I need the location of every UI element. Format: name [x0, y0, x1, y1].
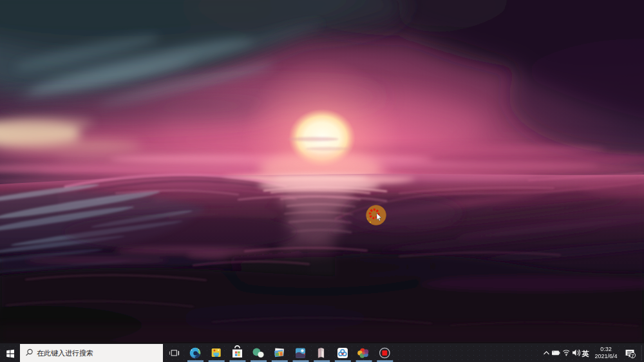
svg-text:英: 英 — [582, 350, 590, 357]
svg-text:0:32: 0:32 — [600, 346, 612, 352]
svg-text:7: 7 — [631, 353, 634, 359]
svg-text:在此键入进行搜索: 在此键入进行搜索 — [37, 349, 93, 357]
svg-text:2021/6/4: 2021/6/4 — [594, 353, 617, 359]
